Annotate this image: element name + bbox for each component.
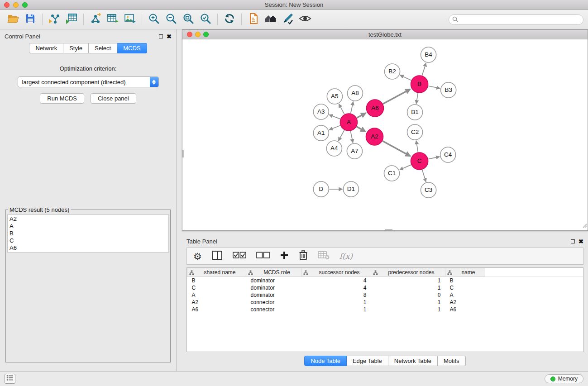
graph-edge[interactable] [339, 130, 344, 141]
table-row[interactable]: Bdominator41B [187, 277, 583, 284]
zoom-fit-button[interactable] [180, 12, 197, 27]
tab-edge-table[interactable]: Edge Table [347, 356, 388, 366]
table-cell[interactable]: 1 [371, 277, 445, 284]
graph-node[interactable]: C [411, 152, 428, 170]
table-cell[interactable]: 1 [371, 299, 445, 306]
table-cell[interactable]: A2 [187, 299, 246, 306]
task-history-button[interactable] [5, 374, 15, 384]
table-cell[interactable]: A6 [445, 306, 485, 313]
optimization-criterion-select[interactable]: largest connected component (directed) [18, 76, 159, 87]
mcds-result-list[interactable]: A2ABCA6 [7, 214, 169, 253]
graph-edge[interactable] [383, 89, 410, 104]
table-cell[interactable]: 1 [371, 306, 445, 313]
tab-motifs[interactable]: Motifs [438, 356, 466, 366]
table-cell[interactable]: C [445, 284, 485, 291]
graph-edge[interactable] [422, 170, 426, 182]
minimize-window-button[interactable] [13, 2, 19, 8]
run-mcds-button[interactable]: Run MCDS [40, 93, 84, 104]
memory-button[interactable]: Memory [545, 374, 583, 383]
graph-edge[interactable] [329, 115, 340, 119]
remove-table-button[interactable] [318, 251, 330, 262]
table-cell[interactable]: A6 [187, 306, 246, 313]
show-graphics-button[interactable] [296, 12, 314, 27]
float-table-panel-icon[interactable] [571, 239, 575, 243]
float-panel-icon[interactable] [159, 34, 163, 38]
graph-node[interactable]: B3 [441, 82, 456, 98]
graph-node[interactable]: A7 [347, 143, 362, 159]
add-column-button[interactable] [280, 251, 289, 262]
tab-node-table[interactable]: Node Table [304, 356, 347, 366]
network-canvas[interactable]: B4B2BB3A5A8A6A3B1AC2A1A2A4A7C4CC1C3DD1 [182, 39, 588, 230]
tab-mcds[interactable]: MCDS [117, 43, 147, 53]
table-cell[interactable]: A2 [445, 299, 485, 306]
table-cell[interactable]: connector [246, 299, 301, 306]
horizontal-scroll-mark[interactable] [385, 229, 392, 230]
table-cell[interactable]: 1 [301, 306, 371, 313]
function-builder-button[interactable]: f(x) [339, 252, 353, 261]
graph-edge[interactable] [351, 102, 354, 114]
open-session-button[interactable] [5, 12, 22, 27]
table-cell[interactable]: dominator [246, 277, 301, 284]
graph-edge[interactable] [416, 93, 418, 104]
graph-edge[interactable] [428, 157, 440, 159]
graph-node[interactable]: C4 [440, 147, 456, 162]
zoom-selected-button[interactable] [197, 12, 214, 27]
table-cell[interactable]: A [187, 291, 246, 299]
graph-node[interactable]: A6 [366, 100, 383, 117]
zoom-network-button[interactable] [203, 32, 209, 37]
table-settings-button[interactable]: ⚙ [193, 252, 202, 261]
close-panel-button[interactable]: Close panel [91, 93, 136, 104]
table-cell[interactable]: 1 [301, 299, 371, 306]
table-row[interactable]: A6connector11A6 [187, 306, 583, 313]
first-neighbors-button[interactable] [262, 12, 279, 27]
graph-edge[interactable] [357, 113, 366, 118]
graph-node[interactable]: A5 [327, 89, 342, 104]
export-network-button[interactable] [87, 12, 104, 27]
tab-style[interactable]: Style [63, 43, 89, 53]
table-cell[interactable]: 4 [301, 277, 371, 284]
zoom-window-button[interactable] [22, 2, 28, 8]
graph-edge[interactable] [400, 165, 411, 170]
clear-selection-button[interactable] [256, 251, 270, 261]
table-cell[interactable]: 8 [301, 291, 371, 299]
close-window-button[interactable] [4, 2, 10, 8]
vertical-scroll-mark[interactable] [182, 150, 184, 157]
graph-node[interactable]: A1 [313, 125, 329, 141]
apply-style-button[interactable] [279, 12, 296, 27]
tab-select[interactable]: Select [89, 43, 117, 53]
graph-node[interactable]: B4 [421, 47, 436, 62]
graph-node[interactable]: A2 [366, 128, 383, 145]
tab-network[interactable]: Network [29, 43, 63, 53]
column-header[interactable]: MCDS role [246, 268, 301, 277]
column-header[interactable]: name [445, 268, 485, 277]
table-cell[interactable]: 0 [371, 291, 445, 299]
column-header[interactable]: shared name [187, 268, 246, 277]
refresh-layout-button[interactable] [221, 12, 238, 27]
graph-node[interactable]: A8 [347, 86, 363, 101]
minimize-network-button[interactable] [195, 32, 201, 37]
table-cell[interactable]: A [445, 291, 485, 299]
table-cell[interactable]: 1 [371, 284, 445, 291]
close-table-panel-icon[interactable]: ✖ [578, 238, 583, 244]
graph-node[interactable]: A [340, 114, 357, 131]
table-cell[interactable]: 4 [301, 284, 371, 291]
table-cell[interactable]: connector [246, 306, 301, 313]
graph-edge[interactable] [400, 75, 411, 81]
import-table-button[interactable] [63, 12, 80, 27]
select-all-button[interactable] [233, 251, 246, 261]
column-header[interactable]: successor nodes [301, 268, 371, 277]
graph-node[interactable]: D [313, 181, 329, 197]
graph-edge[interactable] [428, 86, 440, 88]
graph-node[interactable]: C1 [384, 166, 399, 181]
export-image-button[interactable] [121, 12, 139, 27]
table-cell[interactable]: B [445, 277, 485, 284]
zoom-in-button[interactable] [145, 12, 163, 27]
tab-network-table[interactable]: Network Table [388, 356, 438, 366]
graph-node[interactable]: A4 [326, 141, 342, 156]
graph-node[interactable]: B1 [407, 105, 423, 120]
table-row[interactable]: A2connector11A2 [187, 299, 583, 306]
table-cell[interactable]: B [187, 277, 246, 284]
show-columns-button[interactable] [212, 250, 223, 262]
graph-edge[interactable] [422, 63, 426, 76]
graph-node[interactable]: B2 [384, 64, 400, 79]
